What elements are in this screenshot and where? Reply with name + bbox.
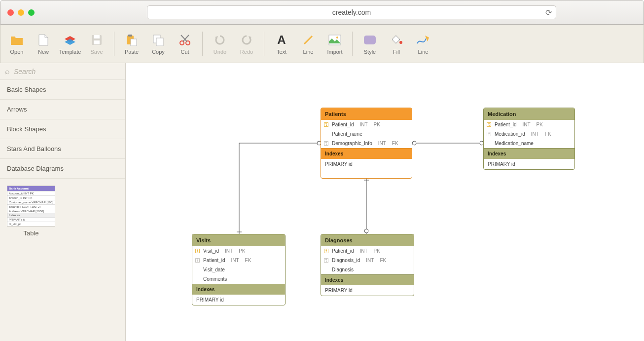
fk-key-icon: ⚿ [487,131,492,137]
index-row: PRIMARY id [321,159,412,169]
url-text: creately.com [332,8,371,16]
cut-button[interactable]: Cut [172,29,198,59]
fk-key-icon: ⚿ [324,258,329,263]
category-database-diagrams[interactable]: Database Diagrams [0,159,125,179]
paste-icon [125,33,139,47]
undo-button[interactable]: Undo [207,29,233,59]
fill-icon [390,33,403,47]
close-window-icon[interactable] [7,9,14,16]
entity-row: ⚿Diagnosis [321,265,414,274]
canvas[interactable]: Patients ⚿Patient_idINTPK ⚿Patient_name … [126,63,644,341]
entity-title: Diagnoses [321,234,414,246]
shape-categories: Basic Shapes Arrows Block Shapes Stars A… [0,80,125,179]
svg-line-10 [304,36,312,44]
template-icon [63,33,77,47]
new-button[interactable]: New [30,29,57,59]
entity-row: ⚿Patient_name [321,129,412,139]
reload-icon[interactable]: ⟳ [545,8,552,17]
index-row: PRIMARY id [192,295,285,305]
indexes-header: Indexes [321,148,412,159]
paste-button[interactable]: Paste [118,29,145,59]
entity-row: ⚿Patient_idINTFK [192,256,285,265]
open-button[interactable]: Open [3,29,30,59]
entity-row: ⚿Diagnosis_idINTFK [321,256,414,265]
svg-point-19 [412,141,416,145]
shape-library: Bank Account Account_id INT PK Branch_id… [0,179,125,244]
window-controls [7,9,35,16]
pk-key-icon: ⚿ [487,122,492,127]
redo-button[interactable]: Redo [233,29,260,59]
entity-row: ⚿Patient_idINTPK [321,120,412,129]
save-button[interactable]: Save [83,29,110,59]
index-row: PRIMARY id [484,159,574,169]
sidebar: ⌕ Basic Shapes Arrows Block Shapes Stars… [0,63,126,341]
main-area: ⌕ Basic Shapes Arrows Block Shapes Stars… [0,63,644,341]
entity-row: ⚿Patient_idINTPK [484,120,574,129]
copy-icon [151,33,165,47]
entity-title: Medication [484,108,574,120]
svg-rect-7 [156,38,163,46]
text-button[interactable]: AText [268,29,295,59]
folder-icon [10,33,24,47]
redo-icon [240,33,253,47]
line-style-button[interactable]: Line [410,29,436,59]
svg-rect-1 [94,35,100,38]
no-key-icon: ⚿ [324,267,329,272]
import-button[interactable]: Import [322,29,348,59]
entity-row: ⚿Patient_idINTPK [321,246,414,256]
svg-rect-2 [94,40,100,44]
toolbar-separator [264,32,264,56]
svg-rect-5 [131,39,137,46]
entity-medication[interactable]: Medication ⚿Patient_idINTPK ⚿Medication_… [483,108,575,170]
svg-rect-4 [128,35,132,37]
search-icon: ⌕ [5,67,10,76]
svg-rect-13 [364,36,376,44]
entity-row: ⚿Medication_idINTFK [484,129,574,139]
new-file-icon [36,33,50,47]
svg-point-12 [336,37,338,38]
entity-row: ⚿Comments [192,274,285,284]
entity-diagnoses[interactable]: Diagnoses ⚿Patient_idINTPK ⚿Diagnosis_id… [321,234,414,296]
maximize-window-icon[interactable] [28,9,35,16]
import-icon [328,33,342,47]
search-input[interactable] [14,68,120,76]
entity-patients[interactable]: Patients ⚿Patient_idINTPK ⚿Patient_name … [321,108,412,179]
style-button[interactable]: Style [357,29,383,59]
no-key-icon: ⚿ [195,276,200,282]
fk-key-icon: ⚿ [195,258,200,263]
toolbar-separator [352,32,353,56]
toolbar: Open New Template Save Paste Copy Cut Un… [0,25,644,63]
fill-button[interactable]: Fill [383,29,410,59]
category-arrows[interactable]: Arrows [0,100,125,119]
text-icon: A [275,33,288,47]
fk-key-icon: ⚿ [324,141,329,146]
copy-button[interactable]: Copy [145,29,172,59]
no-key-icon: ⚿ [195,267,200,272]
indexes-header: Indexes [484,148,574,159]
entity-row: ⚿Visit_idINTPK [192,246,285,256]
browser-chrome: creately.com ⟳ [0,0,644,25]
undo-icon [213,33,227,47]
line-button[interactable]: Line [295,29,322,59]
pk-key-icon: ⚿ [324,248,329,254]
cut-icon [178,33,192,47]
url-bar[interactable]: creately.com ⟳ [147,5,556,19]
toolbar-separator [202,32,203,56]
category-block-shapes[interactable]: Block Shapes [0,119,125,139]
no-key-icon: ⚿ [324,131,329,137]
shape-table[interactable]: Bank Account Account_id INT PK Branch_id… [7,186,55,237]
entity-row: ⚿Medication_name [484,139,574,148]
entity-title: Visits [192,234,285,246]
style-icon [363,33,377,47]
template-button[interactable]: Template [57,29,83,59]
line-style-icon [416,33,430,47]
category-basic-shapes[interactable]: Basic Shapes [0,80,125,100]
minimize-window-icon[interactable] [18,9,24,16]
entity-row: ⚿Visit_date [192,265,285,274]
entity-title: Patients [321,108,412,120]
category-stars-balloons[interactable]: Stars And Balloons [0,139,125,159]
svg-point-14 [399,41,402,44]
pk-key-icon: ⚿ [324,122,329,127]
entity-visits[interactable]: Visits ⚿Visit_idINTPK ⚿Patient_idINTFK ⚿… [192,234,286,305]
pk-key-icon: ⚿ [195,248,200,254]
